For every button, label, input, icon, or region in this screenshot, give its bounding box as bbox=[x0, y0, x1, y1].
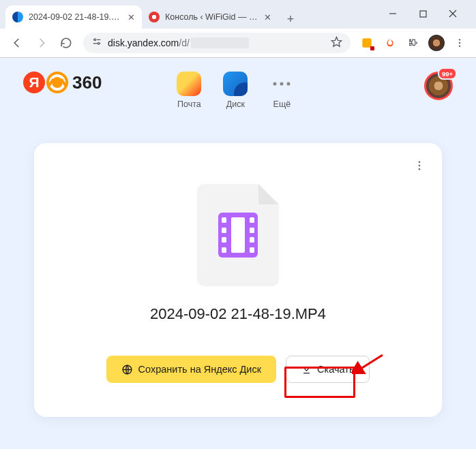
disk-icon bbox=[223, 72, 248, 96]
svg-point-16 bbox=[280, 82, 284, 86]
notification-badge: 99+ bbox=[438, 67, 457, 80]
yandex-360-icon bbox=[46, 72, 68, 93]
svg-point-4 bbox=[94, 39, 96, 41]
extensions-puzzle-icon[interactable] bbox=[404, 33, 423, 52]
download-icon bbox=[301, 365, 312, 375]
url-domain: disk.yandex.com bbox=[108, 37, 179, 48]
svg-marker-10 bbox=[331, 37, 341, 46]
svg-point-18 bbox=[419, 161, 421, 163]
page-header: Я 360 Почта Диск Ещё 99+ bbox=[0, 58, 476, 109]
bookmark-icon[interactable] bbox=[331, 36, 342, 50]
video-icon bbox=[218, 213, 258, 258]
close-window-icon[interactable] bbox=[445, 5, 461, 22]
action-row: Сохранить на Яндекс Диск Скачать bbox=[61, 356, 415, 383]
close-icon[interactable]: ✕ bbox=[128, 12, 135, 22]
site-settings-icon[interactable] bbox=[91, 36, 102, 50]
service-mail[interactable]: Почта bbox=[177, 72, 201, 109]
url-obscured bbox=[191, 37, 250, 48]
close-icon[interactable]: ✕ bbox=[264, 12, 271, 22]
tab-title: 2024-09-02 21-48-19.MP4 – bbox=[29, 12, 123, 22]
reload-button[interactable] bbox=[56, 33, 76, 53]
file-name: 2024-09-02 21-48-19.MP4 bbox=[61, 305, 415, 323]
page-content: Я 360 Почта Диск Ещё 99+ bbox=[0, 58, 476, 449]
card-menu-icon[interactable] bbox=[413, 159, 426, 174]
back-button[interactable] bbox=[7, 33, 27, 53]
save-button-label: Сохранить на Яндекс Диск bbox=[138, 364, 262, 375]
address-bar[interactable]: disk.yandex.com/d/ bbox=[83, 33, 351, 53]
download-button-label: Скачать bbox=[317, 364, 354, 375]
service-disk[interactable]: Диск bbox=[223, 72, 248, 109]
service-label: Почта bbox=[177, 99, 201, 109]
url-path: /d/ bbox=[179, 37, 190, 48]
svg-rect-1 bbox=[420, 11, 426, 17]
svg-point-17 bbox=[287, 82, 291, 86]
save-to-disk-button[interactable]: Сохранить на Яндекс Диск bbox=[106, 356, 277, 383]
tab-favicon-icon bbox=[12, 12, 23, 22]
more-dots-icon bbox=[269, 72, 294, 96]
svg-point-7 bbox=[98, 42, 100, 44]
new-tab-button[interactable]: + bbox=[281, 10, 300, 29]
services-nav: Почта Диск Ещё bbox=[177, 72, 294, 109]
disk-save-icon bbox=[121, 364, 133, 375]
svg-point-15 bbox=[273, 82, 277, 86]
tab-favicon-icon bbox=[149, 12, 160, 22]
yandex-360-logo[interactable]: Я 360 bbox=[23, 72, 102, 93]
mail-icon bbox=[177, 72, 201, 96]
browser-titlebar: 2024-09-02 21-48-19.MP4 – ✕ Консоль ‹ Wi… bbox=[0, 0, 476, 29]
file-card: 2024-09-02 21-48-19.MP4 Сохранить на Янд… bbox=[34, 143, 442, 417]
file-type-icon bbox=[197, 184, 279, 286]
svg-point-13 bbox=[459, 42, 460, 44]
svg-point-14 bbox=[459, 45, 460, 46]
tab-title: Консоль ‹ WiFiGid — WordP bbox=[165, 12, 260, 22]
profile-avatar-icon[interactable] bbox=[427, 33, 446, 52]
forward-button[interactable] bbox=[31, 33, 52, 53]
browser-tab-active[interactable]: 2024-09-02 21-48-19.MP4 – ✕ bbox=[5, 5, 142, 29]
browser-menu-icon[interactable] bbox=[450, 33, 469, 52]
browser-tab-inactive[interactable]: Консоль ‹ WiFiGid — WordP ✕ bbox=[142, 5, 278, 29]
browser-toolbar: disk.yandex.com/d/ bbox=[0, 29, 476, 57]
maximize-icon[interactable] bbox=[415, 5, 431, 22]
download-button[interactable]: Скачать bbox=[286, 356, 370, 383]
svg-point-20 bbox=[419, 168, 421, 170]
svg-point-12 bbox=[459, 39, 460, 40]
user-menu[interactable]: 99+ bbox=[424, 72, 453, 100]
service-label: Ещё bbox=[273, 99, 291, 109]
minimize-icon[interactable] bbox=[385, 5, 401, 22]
yandex-y-icon: Я bbox=[23, 72, 45, 93]
svg-point-19 bbox=[419, 165, 421, 167]
service-more[interactable]: Ещё bbox=[269, 72, 294, 109]
service-label: Диск bbox=[226, 99, 245, 109]
extension-icon[interactable] bbox=[357, 33, 376, 52]
flame-extension-icon[interactable] bbox=[381, 33, 400, 52]
logo-text: 360 bbox=[72, 72, 102, 93]
